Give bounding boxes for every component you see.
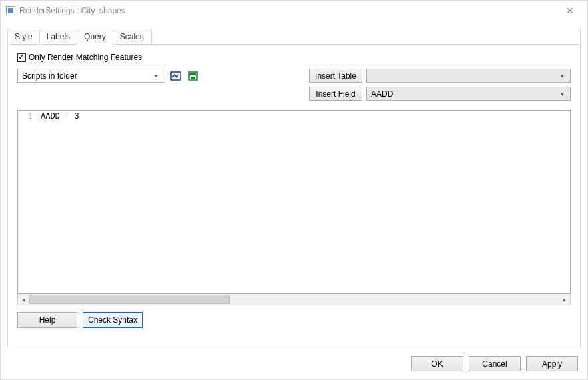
insert-table-dropdown[interactable]: ▾ (366, 69, 571, 83)
dropdown-label: Scripts in folder (22, 71, 150, 81)
button-label: Help (39, 315, 56, 325)
scroll-right-icon[interactable]: ▸ (559, 294, 570, 305)
titlebar: RenderSettings : City_shapes ✕ (1, 1, 587, 21)
editor-horizontal-scrollbar[interactable]: ◂ ▸ (17, 294, 571, 305)
button-label: OK (431, 359, 443, 369)
button-label: Cancel (482, 359, 507, 369)
line-number: 1 (28, 112, 33, 121)
scroll-thumb[interactable] (29, 295, 230, 304)
cancel-button[interactable]: Cancel (469, 356, 521, 371)
code-editor-area: 1 AADD = 3 ◂ ▸ (17, 110, 571, 305)
chevron-down-icon: ▾ (150, 72, 161, 79)
ok-button[interactable]: OK (411, 356, 463, 371)
tab-scales[interactable]: Scales (113, 29, 152, 45)
insert-table-button[interactable]: Insert Table (309, 69, 362, 83)
insert-field-dropdown[interactable]: AADD ▾ (366, 87, 571, 101)
button-label: Insert Table (315, 71, 356, 81)
chevron-down-icon: ▾ (557, 72, 567, 79)
tab-labels[interactable]: Labels (39, 29, 77, 45)
scripts-dropdown[interactable]: Scripts in folder ▾ (17, 69, 164, 83)
checkbox-icon (17, 53, 26, 62)
close-icon[interactable]: ✕ (557, 1, 583, 20)
button-label: Insert Field (316, 89, 355, 99)
editor-buttons: Help Check Syntax (17, 312, 571, 328)
code-editor[interactable]: 1 AADD = 3 (17, 110, 571, 294)
dialog-body: Only Render Matching Features Scripts in… (7, 29, 581, 347)
app-icon (6, 6, 15, 15)
tab-label: Labels (47, 32, 70, 41)
apply-button[interactable]: Apply (526, 356, 578, 371)
button-label: Check Syntax (88, 315, 137, 325)
check-syntax-button[interactable]: Check Syntax (83, 312, 143, 328)
only-render-matching-checkbox[interactable]: Only Render Matching Features (17, 53, 571, 62)
button-label: Apply (542, 359, 562, 369)
dialog-footer: OK Cancel Apply (411, 356, 578, 371)
tab-label: Query (84, 32, 106, 41)
window-title: RenderSettings : City_shapes (19, 6, 557, 15)
tab-query[interactable]: Query (77, 29, 113, 45)
help-button[interactable]: Help (17, 312, 77, 328)
svg-rect-3 (191, 77, 195, 79)
checkbox-label: Only Render Matching Features (29, 53, 142, 62)
chevron-down-icon: ▾ (557, 90, 567, 97)
controls-row: Scripts in folder ▾ (17, 69, 571, 101)
open-script-icon[interactable] (170, 70, 182, 82)
save-script-icon[interactable] (187, 70, 199, 82)
tab-style[interactable]: Style (7, 29, 40, 45)
render-settings-dialog: RenderSettings : City_shapes ✕ Style Lab… (0, 0, 588, 380)
tab-bar: Style Labels Query Scales (7, 29, 151, 45)
dropdown-value: AADD (371, 89, 557, 99)
code-content[interactable]: AADD = 3 (38, 111, 570, 293)
svg-rect-2 (190, 73, 196, 75)
scroll-left-icon[interactable]: ◂ (18, 294, 29, 305)
tab-label: Style (15, 32, 33, 41)
line-gutter: 1 (18, 111, 37, 293)
insert-field-button[interactable]: Insert Field (309, 87, 362, 101)
tab-label: Scales (120, 32, 144, 41)
insert-column: Insert Table ▾ Insert Field AADD ▾ (309, 69, 571, 101)
query-tab-content: Only Render Matching Features Scripts in… (8, 45, 580, 347)
